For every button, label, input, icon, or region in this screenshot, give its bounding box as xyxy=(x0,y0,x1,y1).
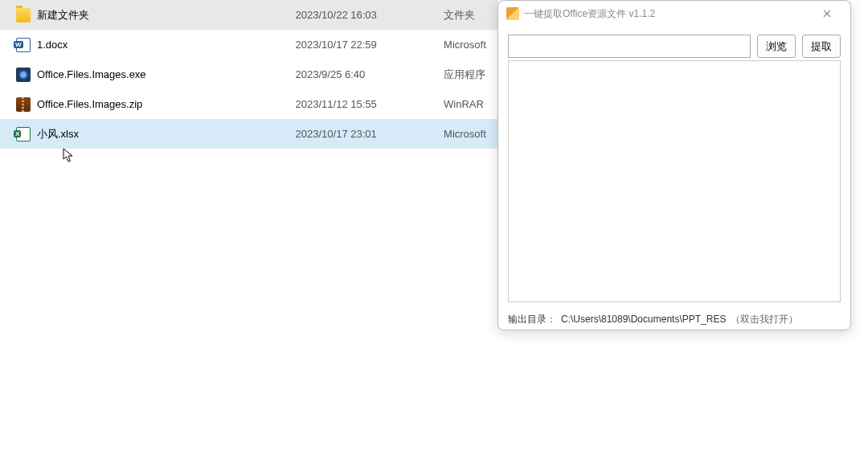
exe-icon xyxy=(16,68,31,82)
extract-button[interactable]: 提取 xyxy=(802,35,841,58)
file-row[interactable]: Office.Files.Images.exe2023/9/25 6:40应用程… xyxy=(0,59,498,89)
dialog-title: 一键提取Office资源文件 v1.1.2 xyxy=(524,7,812,21)
cursor-icon xyxy=(63,148,76,164)
file-row[interactable]: 1.docx2023/10/17 22:59Microsoft xyxy=(0,30,498,59)
app-icon xyxy=(506,7,519,20)
file-date: 2023/10/17 23:01 xyxy=(296,128,444,140)
file-name-cell: Office.Files.Images.exe xyxy=(16,68,296,82)
folder-icon xyxy=(16,8,31,23)
file-date: 2023/9/25 6:40 xyxy=(296,68,444,80)
file-list: 新建文件夹2023/10/22 16:03文件夹1.docx2023/10/17… xyxy=(0,0,498,149)
file-type: Microsoft xyxy=(444,39,498,51)
file-name: 1.docx xyxy=(37,39,68,51)
file-name-cell: 新建文件夹 xyxy=(16,8,296,23)
close-button[interactable] xyxy=(812,2,842,25)
file-name: 新建文件夹 xyxy=(37,8,89,23)
file-name-cell: 小风.xlsx xyxy=(16,127,296,141)
file-row[interactable]: Office.Files.Images.zip2023/11/12 15:55W… xyxy=(0,89,498,119)
file-type: 文件夹 xyxy=(444,8,498,23)
file-name: Office.Files.Images.zip xyxy=(37,98,142,110)
zip-icon xyxy=(16,97,31,112)
path-input[interactable] xyxy=(508,35,751,58)
file-name-cell: Office.Files.Images.zip xyxy=(16,97,296,112)
file-type: 应用程序 xyxy=(444,68,498,82)
dialog-titlebar[interactable]: 一键提取Office资源文件 v1.1.2 xyxy=(498,1,850,27)
status-bar: 输出目录： C:\Users\81089\Documents\PPT_RES （… xyxy=(498,309,850,330)
file-name: 小风.xlsx xyxy=(37,127,79,141)
browse-button[interactable]: 浏览 xyxy=(757,35,796,58)
file-date: 2023/11/12 15:55 xyxy=(296,98,444,110)
file-type: WinRAR xyxy=(444,98,498,110)
docx-icon xyxy=(16,38,31,52)
status-hint: （双击我打开） xyxy=(731,313,798,326)
status-path[interactable]: C:\Users\81089\Documents\PPT_RES xyxy=(561,314,726,325)
file-type: Microsoft xyxy=(444,128,498,140)
file-name-cell: 1.docx xyxy=(16,38,296,52)
close-icon xyxy=(823,10,831,18)
xlsx-icon xyxy=(16,127,31,141)
file-date: 2023/10/22 16:03 xyxy=(296,9,444,21)
file-row[interactable]: 新建文件夹2023/10/22 16:03文件夹 xyxy=(0,0,498,30)
result-area[interactable] xyxy=(508,60,841,302)
file-row[interactable]: 小风.xlsx2023/10/17 23:01Microsoft xyxy=(0,119,498,149)
file-name: Office.Files.Images.exe xyxy=(37,68,146,80)
extract-dialog: 一键提取Office资源文件 v1.1.2 浏览 提取 输出目录： C:\Use… xyxy=(497,0,851,330)
file-date: 2023/10/17 22:59 xyxy=(296,39,444,51)
status-label: 输出目录： xyxy=(508,313,556,326)
